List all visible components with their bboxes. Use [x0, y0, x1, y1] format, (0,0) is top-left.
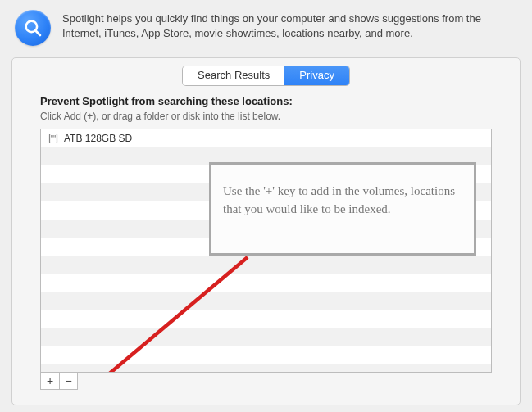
- svg-rect-3: [51, 135, 52, 138]
- list-item: [41, 328, 491, 346]
- header-description: Spotlight helps you quickly find things …: [62, 10, 517, 41]
- exclusion-list-region: ATB 128GB SD Use the '+' key to add in t…: [40, 129, 492, 390]
- svg-line-1: [35, 30, 39, 34]
- tab-search-results[interactable]: Search Results: [183, 66, 284, 85]
- tab-bar: Search Results Privacy: [30, 66, 502, 85]
- spotlight-icon: [15, 10, 51, 46]
- remove-button[interactable]: −: [59, 373, 77, 389]
- list-item-label: ATB 128GB SD: [64, 129, 132, 147]
- add-remove-strip: + −: [40, 373, 78, 390]
- tab-privacy[interactable]: Privacy: [284, 66, 349, 85]
- svg-rect-5: [55, 135, 56, 138]
- list-item[interactable]: ATB 128GB SD: [41, 129, 491, 147]
- annotation-callout: Use the '+' key to add in the volumes, l…: [209, 162, 476, 256]
- header-row: Spotlight helps you quickly find things …: [0, 0, 532, 54]
- list-item: [41, 256, 491, 274]
- add-button[interactable]: +: [41, 373, 59, 389]
- disk-icon: [48, 133, 59, 144]
- privacy-heading: Prevent Spotlight from searching these l…: [30, 95, 502, 111]
- svg-rect-4: [52, 135, 53, 138]
- exclusion-list[interactable]: ATB 128GB SD Use the '+' key to add in t…: [40, 129, 492, 373]
- privacy-subtext: Click Add (+), or drag a folder or disk …: [30, 111, 502, 129]
- list-item: [41, 310, 491, 328]
- list-item: [41, 364, 491, 373]
- list-item: [41, 292, 491, 310]
- list-item: [41, 274, 491, 292]
- list-item: [41, 346, 491, 364]
- content-panel: Search Results Privacy Prevent Spotlight…: [11, 57, 521, 405]
